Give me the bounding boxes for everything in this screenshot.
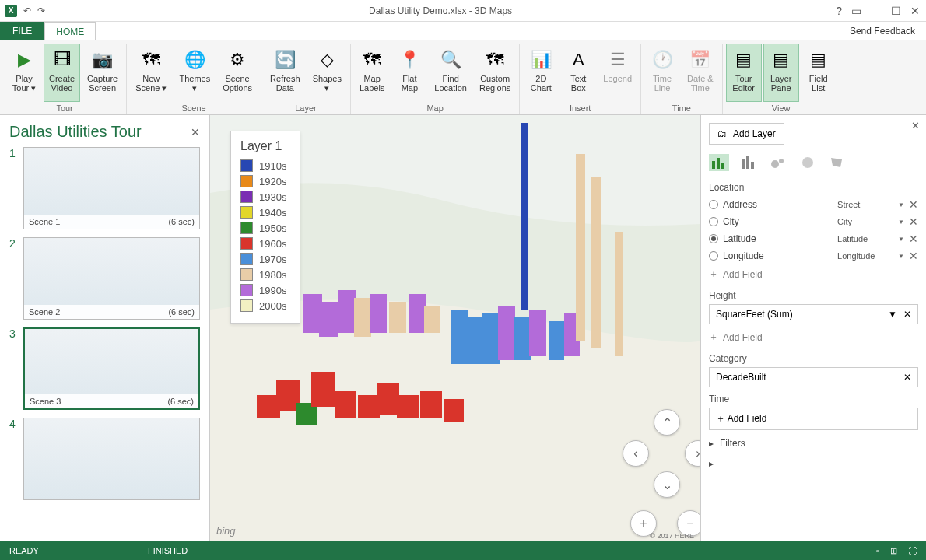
- statusbar-icon-2[interactable]: ⊞: [890, 546, 897, 556]
- field-remove-icon[interactable]: ✕: [909, 198, 918, 211]
- tab-file[interactable]: FILE: [0, 22, 44, 40]
- scene-thumbnail[interactable]: 1Scene 1(6 sec): [9, 147, 200, 229]
- svg-rect-9: [420, 391, 442, 418]
- svg-point-37: [771, 160, 779, 168]
- ribbon-new-scene-button[interactable]: 🗺New Scene ▾: [130, 44, 172, 102]
- map-rotate-left-icon[interactable]: ‹: [623, 440, 649, 467]
- ribbon-icon: 📷: [90, 47, 115, 72]
- map-tilt-up-icon[interactable]: ⌃: [654, 409, 680, 436]
- redo-icon[interactable]: ↷: [37, 5, 45, 16]
- viz-stacked-column-icon[interactable]: [738, 154, 759, 171]
- tour-pane-close-icon[interactable]: ✕: [191, 126, 200, 138]
- scene-number: 3: [9, 327, 19, 410]
- ribbon-icon: ◇: [314, 47, 339, 72]
- viz-bubble-icon[interactable]: [768, 154, 788, 171]
- height-remove-icon[interactable]: ✕: [903, 309, 911, 320]
- geo-type-dropdown[interactable]: Latitude: [837, 234, 893, 243]
- svg-rect-6: [358, 395, 380, 418]
- geo-field-radio[interactable]: [709, 200, 718, 209]
- category-remove-icon[interactable]: ✕: [903, 372, 911, 383]
- category-field-dropdown[interactable]: DecadeBuilt ✕: [709, 367, 918, 387]
- scene-name: Scene 1: [29, 217, 60, 226]
- ribbon-find-location-button[interactable]: 🔍Find Location: [429, 44, 472, 102]
- svg-rect-25: [549, 321, 564, 360]
- scene-thumbnail[interactable]: 2Scene 2(6 sec): [9, 237, 200, 320]
- geo-field-radio[interactable]: [709, 217, 718, 226]
- ribbon-flat-map-button[interactable]: 📍Flat Map: [391, 44, 427, 102]
- ribbon-button-label: Themes ▾: [179, 74, 210, 93]
- window-title: Dallas Utility Demo.xlsx - 3D Maps: [45, 5, 836, 16]
- geo-field-radio[interactable]: [709, 234, 718, 243]
- ribbon-shapes-button[interactable]: ◇Shapes ▾: [307, 44, 347, 102]
- filters-section-toggle[interactable]: ▸ Filters: [709, 433, 918, 453]
- ribbon-button-label: Custom Regions: [479, 74, 510, 93]
- legend-item: 1910s: [240, 159, 290, 172]
- ribbon-play-tour-button[interactable]: ▶Play Tour ▾: [6, 44, 42, 102]
- svg-point-39: [802, 157, 813, 168]
- excel-icon: X: [5, 5, 17, 17]
- ribbon-d-chart-button[interactable]: 📊2D Chart: [523, 44, 559, 102]
- svg-rect-7: [377, 383, 399, 415]
- ribbon-group-label: Scene: [130, 102, 258, 114]
- minimize-icon[interactable]: —: [871, 5, 882, 17]
- help-icon[interactable]: ?: [836, 5, 842, 17]
- ribbon-button-label: Flat Map: [402, 74, 418, 93]
- statusbar-icon-3[interactable]: ⛶: [908, 546, 917, 555]
- ribbon-button-label: Capture Screen: [87, 74, 118, 93]
- ribbon-layer-pane-button[interactable]: ▤Layer Pane: [763, 44, 799, 102]
- height-add-field[interactable]: ＋ Add Field: [709, 327, 918, 347]
- geo-type-dropdown[interactable]: Longitude: [837, 251, 893, 261]
- ribbon-map-labels-button[interactable]: 🗺Map Labels: [354, 44, 390, 102]
- geo-type-dropdown[interactable]: City: [837, 217, 893, 226]
- ribbon-create-video-button[interactable]: 🎞Create Video: [44, 44, 80, 102]
- ribbon-text-box-button[interactable]: AText Box: [560, 44, 596, 102]
- legend-label: 1910s: [259, 160, 286, 172]
- add-layer-button[interactable]: 🗂 Add Layer: [709, 123, 784, 145]
- viz-heatmap-icon[interactable]: [798, 154, 818, 171]
- scene-thumbnail[interactable]: 4: [9, 418, 200, 500]
- ribbon-button-label: Map Labels: [360, 74, 384, 93]
- statusbar-icon-1[interactable]: ▫: [876, 546, 879, 555]
- height-field-dropdown[interactable]: SquareFeet (Sum) ▼ ✕: [709, 304, 918, 324]
- undo-icon[interactable]: ↶: [23, 5, 31, 16]
- viz-clustered-column-icon[interactable]: [709, 154, 729, 171]
- field-remove-icon[interactable]: ✕: [909, 215, 918, 228]
- time-add-field[interactable]: ＋ Add Field: [709, 408, 918, 430]
- close-icon[interactable]: ✕: [910, 5, 920, 17]
- ribbon-options-icon[interactable]: ▭: [851, 5, 861, 17]
- legend-item: 1970s: [240, 253, 290, 265]
- map-viewport[interactable]: Layer 1 1910s1920s1930s1940s1950s1960s19…: [210, 115, 700, 541]
- geo-type-dropdown[interactable]: Street: [837, 200, 893, 209]
- tour-title: Dallas Utilities Tour: [9, 123, 142, 141]
- tab-home[interactable]: HOME: [44, 22, 96, 40]
- layer-options-section-toggle[interactable]: ▸: [709, 453, 918, 474]
- svg-rect-16: [389, 302, 406, 333]
- field-remove-icon[interactable]: ✕: [909, 250, 918, 262]
- ribbon-themes-button[interactable]: 🌐Themes ▾: [174, 44, 216, 102]
- ribbon-tour-editor-button[interactable]: ▤Tour Editor: [726, 44, 762, 102]
- status-ready: READY: [9, 546, 39, 555]
- ribbon-group-label: Tour: [6, 102, 123, 114]
- ribbon-icon: 📍: [397, 47, 422, 72]
- viz-region-icon[interactable]: [827, 154, 847, 171]
- ribbon-button-label: Field List: [809, 74, 828, 93]
- scene-name: Scene 3: [30, 397, 61, 406]
- geo-field-radio[interactable]: [709, 251, 718, 261]
- maximize-icon[interactable]: ☐: [891, 5, 901, 17]
- svg-rect-12: [319, 302, 338, 337]
- send-feedback-link[interactable]: Send Feedback: [850, 22, 926, 40]
- ribbon-capture-screen-button[interactable]: 📷Capture Screen: [82, 44, 123, 102]
- scene-thumbnail[interactable]: 3Scene 3(6 sec): [9, 327, 200, 410]
- location-add-field[interactable]: ＋ Add Field: [709, 264, 918, 284]
- ribbon-custom-regions-button[interactable]: 🗺Custom Regions: [474, 44, 516, 102]
- category-field-value: DecadeBuilt: [716, 372, 766, 383]
- ribbon-scene-options-button[interactable]: ⚙Scene Options: [217, 44, 258, 102]
- ribbon-refresh-data-button[interactable]: 🔄Refresh Data: [265, 44, 306, 102]
- legend-swatch: [240, 237, 253, 250]
- field-remove-icon[interactable]: ✕: [909, 233, 918, 245]
- map-tilt-down-icon[interactable]: ⌄: [654, 471, 680, 498]
- map-legend[interactable]: Layer 1 1910s1920s1930s1940s1950s1960s19…: [230, 131, 300, 324]
- ribbon-group-label: Layer: [265, 102, 347, 114]
- ribbon-field-list-button[interactable]: ▤Field List: [801, 44, 837, 102]
- layer-pane-close-icon[interactable]: ✕: [911, 120, 920, 131]
